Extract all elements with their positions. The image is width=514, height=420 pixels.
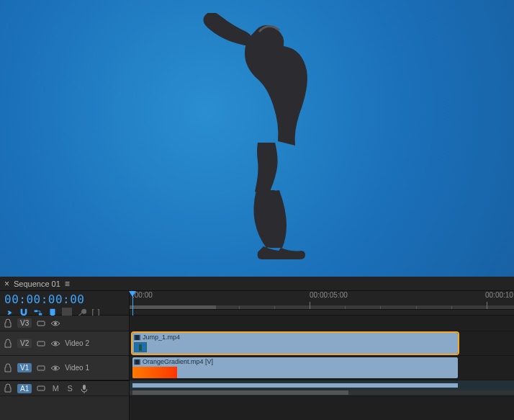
clip-orange-gradient[interactable]: OrangeGradient.mp4 [V] [132,357,458,378]
track-header-v1[interactable]: V1 Video 1 [0,356,129,380]
lock-icon[interactable] [3,318,13,329]
svg-point-3 [54,322,57,325]
lane-v2[interactable]: Jump_1.mp4 [130,331,514,356]
track-name: Video 2 [65,339,89,347]
svg-rect-6 [37,366,45,370]
ruler-label: 00:00:05:00 [310,291,348,299]
svg-rect-11 [134,334,135,339]
svg-point-5 [54,342,57,345]
lock-icon[interactable] [3,339,13,349]
track-headers: V3 V2 Video 2 V1 Video 1 [0,316,130,420]
clip-thumbnail [134,342,147,352]
svg-rect-9 [83,385,86,390]
ruler-label: :00:00 [132,291,153,299]
preview-frame-figure [187,13,317,272]
clip-video-icon [134,334,140,341]
eye-icon[interactable] [50,363,60,373]
svg-rect-8 [37,386,45,390]
program-monitor [0,0,514,277]
track-target-v3[interactable]: V3 [17,318,32,328]
lane-a1[interactable] [130,380,514,396]
clip-audio-a1[interactable] [132,383,458,388]
track-content-area[interactable]: Jump_1.mp4 OrangeGradient.mp4 [V] [130,316,514,420]
timeline-panel: × Sequence 01 ≡ 00:00:00:00 [0,277,514,420]
voiceover-record-icon[interactable] [79,383,89,393]
svg-rect-15 [139,359,140,364]
timeline-panel-header: × Sequence 01 ≡ [0,277,514,291]
svg-rect-12 [139,334,140,339]
sync-lock-icon[interactable] [36,318,46,329]
svg-rect-14 [134,359,135,364]
timeline-hscroll-thumb[interactable] [132,390,348,395]
track-target-v2[interactable]: V2 [17,339,32,348]
ruler-label: 00:00:10:00 [485,291,514,299]
track-target-a1[interactable]: A1 [17,384,32,393]
eye-icon[interactable] [50,318,60,329]
clip-jump[interactable]: Jump_1.mp4 [132,333,458,354]
sync-lock-icon[interactable] [36,339,46,349]
lock-icon[interactable] [3,383,13,393]
panel-menu-icon[interactable]: ≡ [65,279,71,289]
lock-icon[interactable] [3,363,13,373]
track-name: Video 1 [65,364,89,372]
time-ruler[interactable]: :00:00 00:00:05:00 00:00:10:00 [130,291,514,310]
track-target-v1[interactable]: V1 [17,363,32,372]
solo-button[interactable]: S [65,383,75,393]
sequence-tab[interactable]: Sequence 01 [14,280,60,288]
svg-rect-2 [37,321,45,326]
track-header-a1[interactable]: A1 M S [0,380,129,396]
track-header-v3[interactable]: V3 [0,316,129,331]
close-icon[interactable]: × [4,279,9,289]
clip-label: OrangeGradient.mp4 [V] [143,358,213,365]
track-header-v2[interactable]: V2 Video 2 [0,331,129,356]
playhead-timecode[interactable]: 00:00:00:00 [4,292,125,306]
mute-button[interactable]: M [50,383,60,393]
eye-icon[interactable] [50,339,60,349]
sync-lock-icon[interactable] [36,383,46,393]
clip-video-icon [134,359,140,365]
svg-point-7 [54,367,57,370]
lane-v3[interactable] [130,316,514,331]
svg-rect-0 [35,310,37,312]
sync-lock-icon[interactable] [36,363,46,373]
lane-v1[interactable]: OrangeGradient.mp4 [V] [130,356,514,380]
clip-label: Jump_1.mp4 [143,334,180,341]
clip-thumbnail [132,367,177,378]
svg-rect-4 [37,341,45,346]
